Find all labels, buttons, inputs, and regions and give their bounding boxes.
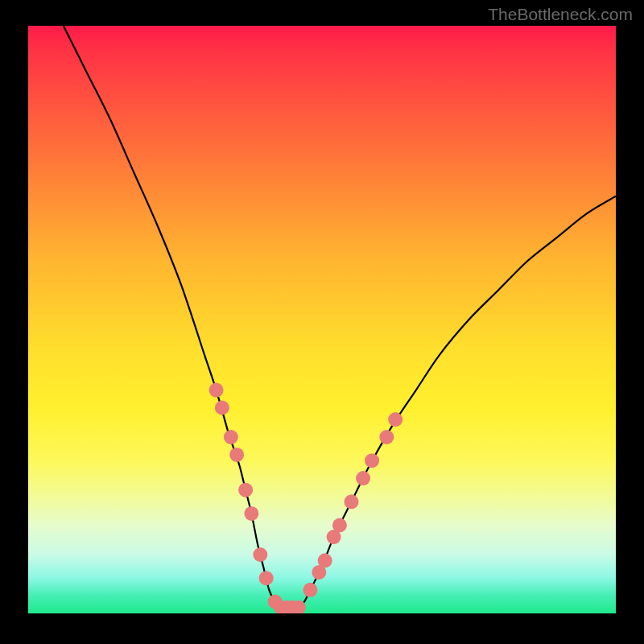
chart-marker [303,583,317,597]
chart-marker [365,453,379,468]
chart-marker [224,430,238,444]
chart-marker [215,401,229,415]
chart-marker [356,471,370,485]
chart-marker [209,383,224,398]
chart-marker [345,494,359,509]
chart-marker [229,448,244,462]
chart-marker [388,412,402,427]
watermark-text: TheBottleneck.com [488,5,633,24]
chart-marker [332,518,347,533]
chart-marker [379,430,394,444]
chart-marker [259,571,274,585]
chart-marker [253,547,267,562]
chart-marker [238,483,253,497]
chart-svg [28,26,616,613]
chart-marker [244,506,258,521]
chart-markers [209,383,403,613]
chart-plot-area [28,26,616,613]
chart-marker [318,553,332,568]
